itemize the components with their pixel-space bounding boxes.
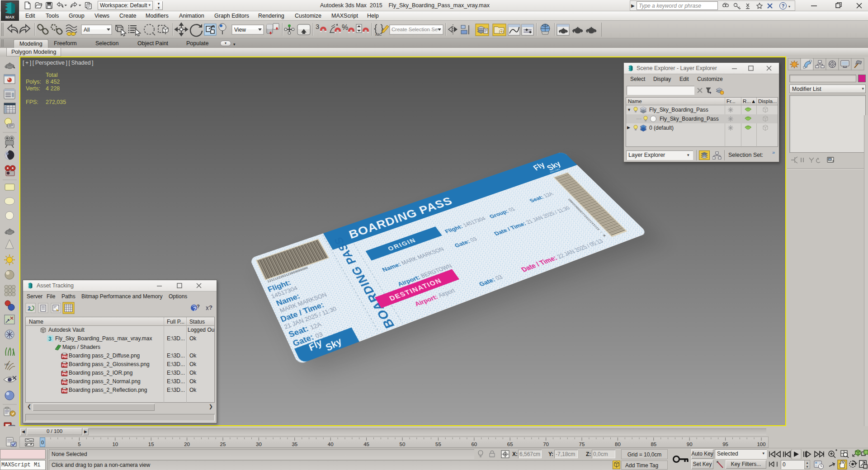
svg-text:30: 30 [256, 442, 262, 447]
svg-text:20: 20 [184, 442, 190, 447]
svg-text:60: 60 [471, 442, 477, 447]
svg-text:HF: HF [5, 362, 9, 367]
svg-text:65: 65 [507, 442, 513, 447]
svg-text:70: 70 [543, 442, 549, 447]
svg-text:PNG: PNG [62, 390, 68, 393]
svg-text:50: 50 [400, 442, 406, 447]
svg-text:15: 15 [148, 442, 154, 447]
svg-text:Create Selection Se: Create Selection Se [392, 27, 438, 32]
svg-text:85: 85 [651, 442, 656, 447]
svg-text:?: ? [193, 306, 197, 312]
svg-text:100: 100 [757, 442, 765, 447]
svg-text:95: 95 [722, 442, 728, 447]
svg-text:35: 35 [292, 442, 297, 447]
svg-text:PNG: PNG [62, 364, 68, 367]
svg-text:90: 90 [687, 442, 693, 447]
svg-text:45: 45 [363, 442, 369, 447]
svg-text:2: 2 [28, 306, 31, 312]
svg-text:5: 5 [78, 442, 80, 447]
svg-text:25: 25 [220, 442, 226, 447]
svg-text:PNG: PNG [62, 372, 68, 376]
svg-text:All: All [84, 27, 90, 33]
svg-text:ABC: ABC [375, 33, 382, 36]
svg-text:40: 40 [328, 442, 334, 447]
svg-text:75: 75 [579, 442, 585, 447]
svg-text:80: 80 [615, 442, 621, 447]
svg-text:55: 55 [435, 442, 441, 447]
svg-text:3: 3 [316, 23, 319, 30]
svg-text:%: % [342, 24, 348, 31]
svg-text:View: View [234, 27, 246, 33]
svg-text:?: ? [197, 304, 200, 309]
svg-text:3: 3 [48, 336, 52, 342]
svg-text:PNG: PNG [62, 355, 68, 358]
svg-text:10: 10 [112, 442, 118, 447]
svg-text:?: ? [209, 304, 212, 311]
svg-text:PNG: PNG [62, 381, 68, 384]
